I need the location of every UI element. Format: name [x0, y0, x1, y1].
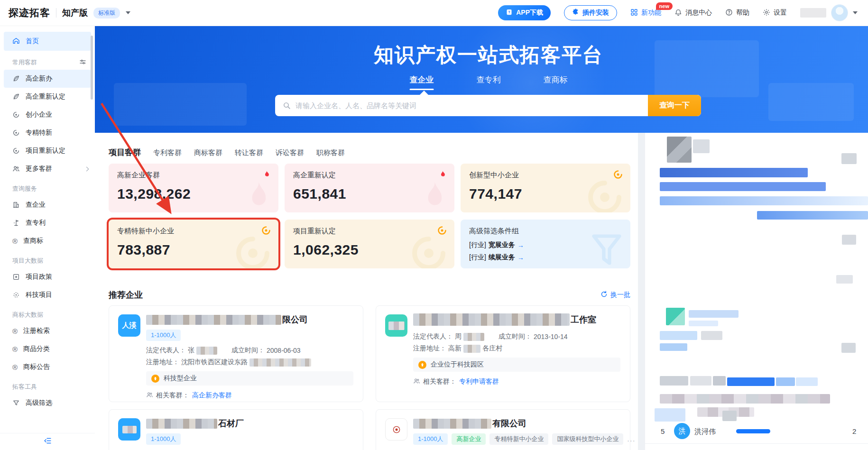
bar-chart-bar — [660, 168, 808, 177]
mosaic-block — [666, 308, 685, 325]
right-preview-panel: 5 洪 洪浔伟 2 — [645, 133, 868, 450]
sidebar-item-xiangmu-chongxin[interactable]: 项目重新认定 — [0, 142, 95, 160]
related-group-link[interactable]: 专利申请客群 — [459, 377, 499, 386]
more-tags-indicator[interactable]: ... — [627, 435, 636, 443]
company-title: 工作室 — [413, 313, 620, 326]
user-avatar: 洪 — [674, 423, 690, 439]
company-title: 有限公司 — [413, 417, 620, 430]
mosaic-block — [655, 408, 685, 422]
navbar-actions: T APP下载 插件安装 新功能 new 消息中心 — [498, 4, 868, 21]
sidebar-item-zhuce-jiansuo[interactable]: ® 注册检索 — [0, 322, 95, 340]
blurred-text — [122, 426, 137, 433]
blurred-text — [413, 313, 570, 326]
help-link[interactable]: 帮助 — [725, 9, 749, 18]
company-card[interactable]: 有限公司 1-1000人 高新企业 专精特新中小企业 国家级科技型中小企业 ..… — [376, 409, 630, 450]
edition-title: 知产版 — [62, 7, 88, 18]
swirl-icon — [12, 147, 20, 155]
company-tag: 国家级科技型中小企业 — [552, 433, 623, 445]
tab-zhuanli-kequn[interactable]: 专利客群 — [153, 148, 182, 157]
sidebar-item-cha-shangbiao[interactable]: ® 查商标 — [0, 232, 95, 250]
bar-chart-bar — [757, 211, 868, 220]
company-title: 限公司 — [146, 313, 353, 326]
company-highlight-banner: 企业位于科技园区 — [413, 358, 620, 372]
mosaic-block — [690, 376, 711, 386]
bar-chart-bar — [796, 377, 818, 386]
mosaic-block — [667, 137, 692, 163]
message-center-link[interactable]: 消息中心 — [674, 9, 712, 18]
stat-card-gaoxin-qiye[interactable]: 高新企业客群 13,298,262 — [109, 164, 278, 212]
stat-card-chuangxinxing[interactable]: 创新型中小企业 774,147 — [461, 164, 630, 212]
medal-icon — [418, 361, 426, 369]
sidebar-item-shangpin-fenlei[interactable]: ® 商品分类 — [0, 340, 95, 358]
stat-card-xiangmu-chongxin[interactable]: 项目重新认定 1,062,325 — [285, 220, 454, 268]
sidebar-item-gaoqi-chongxin[interactable]: 高企重新认定 — [0, 88, 95, 106]
sidebar-item-keji-xiangmu[interactable]: 科技项目 — [0, 286, 95, 304]
tab-cha-zhuanli[interactable]: 查专利 — [477, 74, 501, 90]
search-input[interactable] — [291, 101, 648, 110]
tab-zhuanrang-kequn[interactable]: 转让客群 — [235, 148, 263, 157]
company-size-tag: 1-1000人 — [413, 433, 448, 445]
registered-icon: ® — [12, 238, 18, 245]
tab-shangbiao-kequn[interactable]: 商标客群 — [194, 148, 222, 157]
sidebar-item-chuangxiao[interactable]: 创小企业 — [0, 106, 95, 124]
bar-chart-bar — [660, 196, 868, 205]
company-size-tag: 1-1000人 — [146, 330, 181, 341]
gear-icon — [763, 9, 770, 18]
stat-card-zhuanjingtexin[interactable]: 专精特新中小企业 783,887 — [109, 220, 278, 268]
sidebar-item-gaoqi-xinban[interactable]: 高企新办 — [4, 70, 91, 88]
mosaic-block — [693, 139, 710, 153]
app-download-button[interactable]: T APP下载 — [498, 5, 551, 20]
company-tag: 专精特新中小企业 — [489, 433, 548, 445]
company-card[interactable]: 人渶 限公司 1-1000人 法定代表人：张 成立时间：2008-06-03 注… — [109, 305, 363, 402]
people-icon — [12, 165, 20, 173]
recommend-header: 推荐企业 换一批 — [109, 289, 630, 301]
account-menu[interactable] — [800, 4, 858, 21]
mosaic-block — [689, 310, 739, 318]
filter-slider-icon[interactable] — [79, 58, 86, 67]
company-logo — [118, 418, 140, 441]
sidebar-item-xiangmu-zhengce[interactable]: 项目政策 — [0, 268, 95, 286]
tab-cha-shangbiao[interactable]: 查商标 — [544, 74, 568, 90]
refresh-batch-link[interactable]: 换一批 — [600, 291, 630, 299]
sidebar-item-zhuanjingtexin[interactable]: 专精特新 — [0, 124, 95, 142]
tab-susong-kequn[interactable]: 诉讼客群 — [276, 148, 304, 157]
hero-decoration — [768, 83, 854, 121]
flame-watermark — [242, 179, 272, 212]
edition-badge: 标准版 — [93, 8, 120, 18]
rank-number: 5 — [661, 427, 665, 435]
chevron-down-icon[interactable] — [126, 11, 130, 14]
related-group-link[interactable]: 高企新办客群 — [192, 391, 232, 400]
tab-xiangmu-kequn[interactable]: 项目客群 — [109, 147, 141, 158]
settings-link[interactable]: 设置 — [763, 9, 787, 18]
sidebar-item-cha-qiye[interactable]: 查企业 — [0, 196, 95, 214]
blurred-text — [146, 419, 217, 429]
tab-zhicheng-kequn[interactable]: 职称客群 — [316, 148, 345, 157]
refresh-icon — [600, 291, 608, 299]
sidebar-item-gaoji-shaixuan[interactable]: 高级筛选 — [0, 394, 95, 412]
app-logo: 探迹拓客 — [9, 6, 50, 19]
company-card[interactable]: 石材厂 1-1000人 — [109, 409, 363, 450]
sidebar-item-cha-zhuanli[interactable]: 查专利 — [0, 214, 95, 232]
swirl-icon — [12, 111, 20, 119]
divider — [645, 443, 868, 444]
plugin-install-button[interactable]: 插件安装 — [564, 5, 617, 20]
search-button[interactable]: 查询一下 — [648, 95, 701, 116]
registered-icon: ® — [12, 328, 18, 335]
new-features-link[interactable]: 新功能 new — [630, 9, 661, 18]
collapse-sidebar-icon[interactable] — [44, 437, 52, 447]
sidebar-scrollbar[interactable] — [91, 36, 93, 100]
sidebar-item-shangbiao-gonggao[interactable]: ® 商标公告 — [0, 358, 95, 376]
plugin-install-label: 插件安装 — [582, 9, 609, 17]
registered-icon: ® — [12, 346, 18, 353]
sidebar-item-home[interactable]: 首页 — [4, 32, 91, 51]
company-card[interactable]: 工作室 法定代表人：周 成立时间：2013-10-14 注册地址：高新 各庄村 … — [376, 305, 630, 402]
search-bar: 查询一下 — [275, 95, 701, 116]
mosaic-block — [841, 343, 856, 353]
sidebar-item-more-groups[interactable]: 更多客群 — [0, 160, 95, 178]
tab-cha-qiye[interactable]: 查企业 — [410, 74, 434, 90]
mosaic-block — [701, 331, 722, 340]
company-logo — [385, 314, 407, 337]
stat-card-gaoqi-chongxin[interactable]: 高企重新认定 651,841 — [285, 164, 454, 212]
filter-conditions-card[interactable]: 高级筛选条件组 [行业] 宽展业务 → [行业] 续展业务 → — [461, 220, 630, 268]
grid-icon — [630, 9, 638, 18]
